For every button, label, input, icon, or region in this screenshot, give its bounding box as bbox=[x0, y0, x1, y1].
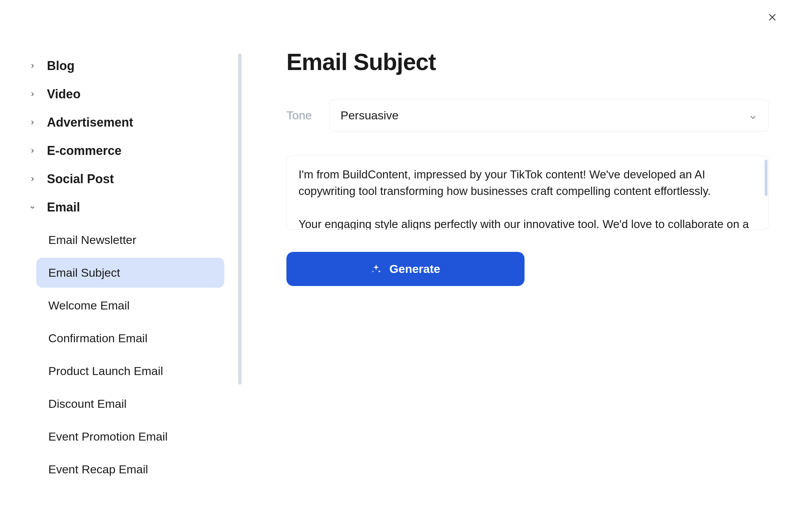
tone-label: Tone bbox=[286, 109, 312, 122]
category-label: E-commerce bbox=[47, 144, 121, 158]
category-label: Social Post bbox=[47, 172, 114, 186]
subitem-label: Email Newsletter bbox=[48, 233, 136, 246]
chevron-right-icon bbox=[28, 61, 37, 71]
subitem-label: Event Promotion Email bbox=[48, 430, 168, 443]
close-button[interactable] bbox=[765, 10, 779, 24]
email-subitems: Email Newsletter Email Subject Welcome E… bbox=[21, 225, 235, 480]
category-label: Advertisement bbox=[47, 115, 133, 130]
tone-row: Tone Persuasive bbox=[286, 99, 769, 131]
tone-value: Persuasive bbox=[341, 109, 399, 122]
subitem-label: Welcome Email bbox=[48, 299, 130, 312]
sidebar-item-email-newsletter[interactable]: Email Newsletter bbox=[36, 225, 224, 255]
sidebar-category-social-post[interactable]: Social Post bbox=[21, 165, 235, 193]
sparkle-icon bbox=[371, 264, 382, 275]
generate-button[interactable]: Generate bbox=[286, 252, 525, 286]
sidebar-item-email-subject[interactable]: Email Subject bbox=[36, 258, 224, 288]
chevron-right-icon bbox=[28, 118, 37, 127]
subitem-label: Discount Email bbox=[48, 397, 127, 410]
sidebar-category-advertisement[interactable]: Advertisement bbox=[21, 108, 235, 137]
subitem-label: Event Recap Email bbox=[48, 463, 148, 476]
sidebar-category-email[interactable]: Email bbox=[21, 193, 235, 221]
chevron-down-icon bbox=[748, 111, 757, 120]
category-label: Blog bbox=[47, 59, 75, 73]
sidebar-item-discount-email[interactable]: Discount Email bbox=[36, 389, 224, 419]
sidebar-category-video[interactable]: Video bbox=[21, 80, 235, 108]
sidebar-item-confirmation-email[interactable]: Confirmation Email bbox=[36, 323, 224, 353]
chevron-down-icon bbox=[28, 203, 37, 212]
chevron-right-icon bbox=[28, 89, 37, 99]
sidebar-item-event-recap-email[interactable]: Event Recap Email bbox=[36, 454, 224, 480]
subitem-label: Email Subject bbox=[48, 266, 120, 279]
chevron-right-icon bbox=[28, 174, 37, 184]
sidebar-item-welcome-email[interactable]: Welcome Email bbox=[36, 290, 224, 321]
subitem-label: Confirmation Email bbox=[48, 332, 147, 345]
subitem-label: Product Launch Email bbox=[48, 364, 163, 377]
page-title: Email Subject bbox=[286, 48, 769, 75]
generate-label: Generate bbox=[389, 262, 440, 276]
sidebar: Blog Video Advertisement E-commerce bbox=[0, 0, 242, 532]
sidebar-category-ecommerce[interactable]: E-commerce bbox=[21, 137, 235, 165]
content-textarea[interactable] bbox=[286, 156, 769, 230]
sidebar-item-product-launch-email[interactable]: Product Launch Email bbox=[36, 356, 224, 386]
chevron-right-icon bbox=[28, 146, 37, 156]
close-icon bbox=[767, 12, 777, 22]
main-content: Email Subject Tone Persuasive Generate bbox=[242, 0, 793, 532]
sidebar-item-event-promotion-email[interactable]: Event Promotion Email bbox=[36, 422, 224, 452]
category-label: Email bbox=[47, 200, 80, 215]
sidebar-scrollbar[interactable] bbox=[238, 53, 242, 385]
tone-select[interactable]: Persuasive bbox=[329, 99, 769, 131]
category-label: Video bbox=[47, 87, 80, 101]
sidebar-category-blog[interactable]: Blog bbox=[21, 52, 235, 80]
